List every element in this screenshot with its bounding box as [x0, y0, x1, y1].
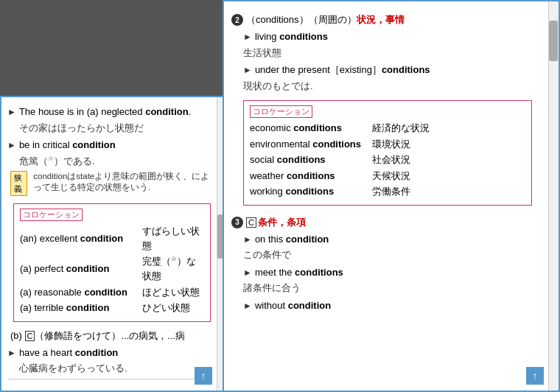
collocation-en: (a) reasonable condition	[20, 285, 138, 300]
scrollbar-right[interactable]	[548, 1, 559, 391]
japanese-text: その家はほったらかし状態だ	[19, 121, 211, 136]
collocation-ja: 環境状況	[372, 137, 410, 152]
tag-label: コロケーション	[250, 105, 312, 118]
note-container: 狭義 conditionはstateより意味の範囲が狭く、によって生じる特定の状…	[10, 171, 211, 196]
list-item: environmental conditions 環境状況	[250, 137, 525, 152]
arrow-icon: ►	[243, 299, 252, 312]
tag-label: コロケーション	[20, 209, 83, 221]
bold-word: condition	[145, 106, 189, 117]
left-panel: ► The house is in (a) neglected conditio…	[0, 96, 228, 392]
collocation-en: social conditions	[250, 153, 368, 167]
collocation-ja: すばらしい状態	[142, 224, 204, 253]
collocation-en: environmental conditions	[250, 137, 368, 152]
status-text: 状況，事情	[357, 14, 405, 25]
list-item: ► under the present［existing］conditions	[243, 63, 542, 77]
entry-text: under the present［existing］conditions	[255, 63, 430, 77]
arrow-icon: ►	[243, 233, 252, 246]
arrow-icon: ►	[7, 139, 16, 152]
bold-word: condition	[286, 234, 329, 245]
collocation-tag: コロケーション	[20, 209, 204, 224]
list-item: working conditions 労働条件	[250, 184, 525, 199]
entry-text: The house is in (a) neglected condition.	[19, 105, 191, 119]
japanese-text: 危篤（☆）である.	[19, 154, 211, 169]
section-number: 2	[231, 14, 243, 26]
scroll-up-button[interactable]: ↑	[195, 367, 212, 385]
list-item: ► be in critical condition	[7, 138, 211, 153]
collocation-ja: 労働条件	[372, 184, 410, 199]
right-panel: 2 （conditions）（周囲の）状況，事情 ► living condit…	[223, 0, 560, 392]
section-2-header-right: 2 （conditions）（周囲の）状況，事情	[231, 13, 542, 27]
bold-word: conditions	[295, 267, 343, 278]
list-item: (a) perfect condition 完璧（☆）な状態	[20, 254, 204, 283]
collocation-box: コロケーション (an) excellent condition すばらしい状態…	[13, 203, 211, 321]
list-item: ► The house is in (a) neglected conditio…	[7, 105, 211, 119]
collocation-ja: 経済的な状況	[372, 121, 430, 136]
section-header-text: C条件，条項	[246, 216, 306, 229]
note-text: conditionはstateより意味の範囲が狭く、によって生じる特定の状態をい…	[33, 171, 211, 193]
entry-text: be in critical condition	[19, 138, 116, 153]
list-item: (a) terrible condition ひどい状態	[20, 301, 204, 315]
entry-text: without condition	[255, 298, 331, 313]
right-content: 2 （conditions）（周囲の）状況，事情 ► living condit…	[231, 9, 542, 383]
collocation-ja: 完璧（☆）な状態	[142, 254, 204, 283]
section-header-text: （conditions）（周囲の）状況，事情	[246, 13, 405, 27]
scroll-up-button-right[interactable]: ↑	[526, 367, 544, 385]
list-item: ► on this condition	[243, 232, 542, 247]
list-item: ► living conditions	[243, 29, 542, 44]
list-item: (a) reasonable condition ほどよい状態	[20, 285, 204, 300]
arrow-icon: ►	[243, 30, 252, 43]
collocation-box-right: コロケーション economic conditions 経済的な状況 envir…	[243, 100, 532, 206]
bold-word: condition	[75, 347, 119, 358]
arrow-icon: ►	[7, 105, 16, 119]
japanese-text: 諸条件に合う	[243, 281, 542, 295]
list-item: economic conditions 経済的な状況	[250, 121, 525, 136]
left-content: ► The house is in (a) neglected conditio…	[7, 105, 211, 383]
collocation-en: (a) perfect condition	[20, 262, 138, 276]
list-item: weather conditions 天候状況	[250, 169, 525, 183]
collocation-en: working conditions	[250, 184, 368, 199]
collocation-en: economic conditions	[250, 121, 368, 136]
collocation-ja: 天候状況	[372, 169, 410, 183]
bold-word: condition	[72, 139, 116, 150]
entry-text: living conditions	[255, 29, 328, 44]
japanese-text: この条件で	[243, 248, 542, 262]
scroll-thumb-right[interactable]	[549, 21, 558, 61]
arrow-icon: ►	[243, 266, 252, 279]
entry-text: have a heart condition	[19, 346, 118, 360]
collocation-ja: ひどい状態	[142, 301, 190, 315]
list-item: ► without condition	[243, 298, 542, 313]
arrow-icon: ►	[7, 346, 16, 360]
divider	[7, 379, 211, 379]
japanese-text: 現状のもとでは.	[243, 79, 542, 94]
section-number: 3	[231, 217, 243, 228]
note-label: 狭義	[10, 171, 27, 196]
section-3-header: 3 C条件，条項	[231, 216, 542, 229]
entry-text: meet the conditions	[255, 265, 343, 280]
bold-word: conditions	[279, 31, 328, 42]
bold-word: condition	[288, 300, 332, 311]
section-b: (b) C（修飾語をつけて）...の病気，...病	[10, 329, 211, 343]
collocation-tag: コロケーション	[250, 105, 525, 121]
japanese-text: 生活状態	[243, 46, 542, 60]
list-item: ► meet the conditions	[243, 265, 542, 280]
entry-text: on this condition	[255, 232, 329, 247]
collocation-ja: ほどよい状態	[142, 285, 200, 300]
collocation-ja: 社会状況	[372, 153, 410, 167]
list-item: ► have a heart condition	[7, 346, 211, 360]
section-b-text: (b) C（修飾語をつけて）...の病気，...病	[10, 330, 185, 341]
list-item: social conditions 社会状況	[250, 153, 525, 167]
list-item: (an) excellent condition すばらしい状態	[20, 224, 204, 253]
collocation-en: weather conditions	[250, 169, 368, 183]
bold-word: conditions	[382, 64, 430, 75]
collocation-en: (an) excellent condition	[20, 231, 138, 246]
collocation-en: (a) terrible condition	[20, 301, 138, 315]
arrow-icon: ►	[243, 63, 252, 77]
japanese-text: 心臓病をわずらっている.	[19, 361, 211, 376]
